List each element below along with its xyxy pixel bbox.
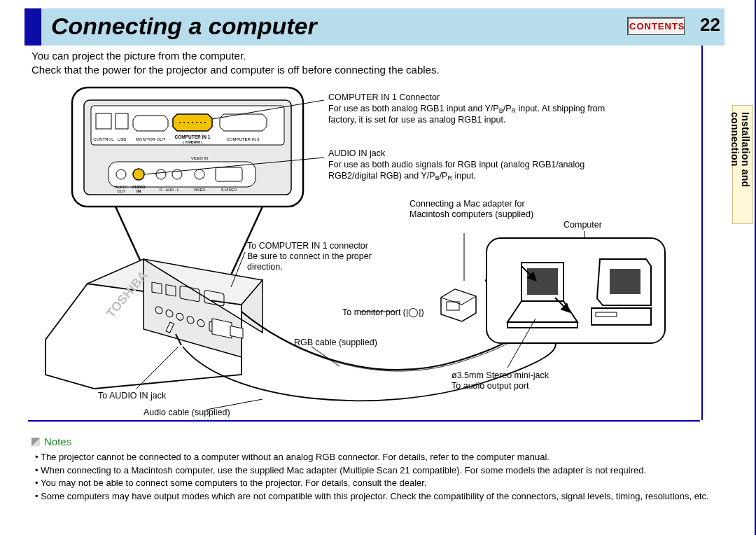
intro-line2: Check that the power for the projector a…	[31, 63, 662, 77]
svg-point-11	[196, 122, 197, 123]
page-number: 22	[700, 14, 720, 36]
svg-point-9	[188, 122, 189, 123]
callout-to-audio-in: To AUDIO IN jack	[98, 391, 167, 401]
callout-rgb-cable: RGB cable (supplied)	[294, 338, 377, 347]
note-item: You may not be able to connect some comp…	[35, 477, 742, 489]
callout-comp-in-desc2: factory, it is set for use as analog RGB…	[328, 115, 505, 125]
desktop-icon	[592, 259, 651, 325]
svg-text:OUT: OUT	[117, 189, 125, 193]
callout-monitor-port: To monitor port (|◯|)	[342, 307, 424, 318]
notes-list: The projector cannot be connected to a c…	[35, 451, 742, 503]
section-tab-line2: connection	[729, 112, 741, 167]
section-tab-line1: Installation and	[740, 112, 751, 187]
title-accent-block	[24, 8, 41, 46]
callout-computer: Computer	[564, 220, 602, 230]
note-item: The projector cannot be connected to a c…	[35, 451, 742, 464]
page-frame: Connecting a computer CONTENTS 22 You ca…	[0, 0, 756, 535]
callout-comp-in-title: COMPUTER IN 1 Connector	[328, 92, 440, 102]
callout-stereo2: To audio output port	[451, 381, 529, 391]
contents-button[interactable]: CONTENTS	[628, 18, 684, 34]
label-computer-in1: COMPUTER IN 1	[175, 134, 211, 139]
label-monitor-out: MONITOR OUT	[136, 137, 166, 141]
notes-heading: Notes	[31, 436, 71, 447]
svg-point-12	[200, 122, 202, 123]
svg-point-13	[204, 122, 206, 123]
callout-audio-in-title: AUDIO IN jack	[328, 148, 386, 158]
intro-text: You can project the picture from the com…	[31, 49, 662, 78]
callout-audio-in-desc1: For use as both audio signals for RGB in…	[328, 160, 584, 169]
svg-point-8	[183, 122, 185, 123]
label-svideo: S-VIDEO	[221, 188, 237, 192]
label-usb: USB	[118, 137, 126, 141]
label-computer-in2: COMPUTER IN 2	[226, 137, 260, 141]
intro-line1: You can project the picture from the com…	[31, 49, 662, 63]
callout-audio-in-desc2: RGB2/digital RGB) and Y/PB/PR input.	[328, 171, 476, 181]
label-control: CONTROL	[93, 137, 114, 141]
connection-diagram: CONTROL USB MONITOR OUT COMPUTER IN 1 ( …	[31, 81, 682, 417]
callout-mac2: Macintosh computers (supplied)	[410, 209, 533, 219]
svg-text:direction.: direction.	[247, 262, 283, 272]
callout-comp-in-desc1: For use as both analog RGB1 input and Y/…	[328, 104, 605, 114]
rule-vertical	[701, 46, 703, 420]
rule-horizontal	[28, 420, 700, 422]
note-item: Some computers may have output modes whi…	[35, 490, 742, 503]
callout-stereo1: ø3.5mm Stereo mini-jack	[451, 370, 550, 380]
svg-rect-52	[507, 322, 578, 328]
callout-mac1: Connecting a Mac adapter for	[410, 199, 525, 209]
svg-rect-51	[527, 268, 558, 295]
callout-audio-cable: Audio cable (supplied)	[144, 408, 230, 417]
label-r-aud-l: R - AUD - L	[160, 188, 179, 192]
svg-line-59	[312, 347, 340, 366]
label-computer-in1-sub: ( Y/PB/PR )	[183, 140, 203, 144]
mac-adapter	[441, 289, 476, 321]
svg-text:Be sure to connect in the prop: Be sure to connect in the proper	[247, 251, 372, 261]
page-title: Connecting a computer	[51, 13, 317, 40]
svg-point-16	[133, 169, 144, 180]
svg-text:IN: IN	[136, 189, 141, 193]
svg-point-10	[192, 122, 193, 123]
svg-rect-55	[610, 269, 640, 294]
svg-point-7	[179, 122, 181, 123]
note-item: When connecting to a Macintosh computer,…	[35, 464, 742, 477]
label-video: VIDEO	[193, 188, 206, 192]
section-tab-label: Installation and connection	[729, 112, 750, 187]
callout-to-comp-in: To COMPUTER IN 1 connector	[247, 241, 368, 251]
label-video-in: VIDEO IN	[191, 156, 208, 160]
